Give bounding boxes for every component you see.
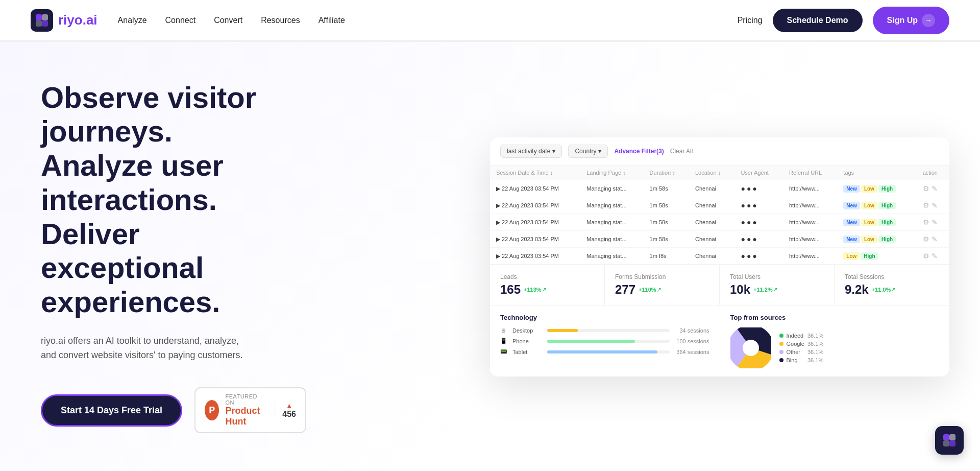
legend-dot-google <box>779 342 783 346</box>
cell-page: Managing stat... <box>580 231 643 248</box>
clear-all-link[interactable]: Clear All <box>670 148 693 155</box>
nav-left: riyo.ai Analyze Connect Convert Resource… <box>31 9 345 32</box>
legend-google: Google 36.1% <box>779 341 824 347</box>
advance-filter[interactable]: Advance Filter(3) <box>614 148 664 155</box>
legend-other: Other 36.1% <box>779 349 824 355</box>
col-tags: tags <box>837 166 916 180</box>
sessions-table: Session Date & Time ↕ Landing Page ↕ Dur… <box>490 166 949 265</box>
technology-title: Technology <box>500 314 709 321</box>
cell-duration: 1m f8s <box>644 248 689 265</box>
hero-right: last activity date ▾ Country ▾ Advance F… <box>337 137 949 376</box>
cell-tags: NewLowHigh <box>837 231 916 248</box>
chevron-down-icon: ▾ <box>552 148 555 155</box>
svg-rect-0 <box>36 14 42 20</box>
stat-forms-value: 277 <box>615 282 635 297</box>
schedule-demo-button[interactable]: Schedule Demo <box>773 9 863 32</box>
dashboard-preview: last activity date ▾ Country ▾ Advance F… <box>490 137 949 376</box>
trial-button[interactable]: Start 14 Days Free Trial <box>41 394 182 427</box>
country-filter[interactable]: Country ▾ <box>568 145 608 158</box>
table-row[interactable]: ▶ 22 Aug 2023 03:54 PM Managing stat... … <box>490 214 949 231</box>
product-hunt-badge[interactable]: P FEATURED ON Product Hunt ▲ 456 <box>194 387 306 433</box>
cell-page: Managing stat... <box>580 197 643 214</box>
stat-users-value: 10k <box>730 282 750 297</box>
nav-link-convert[interactable]: Convert <box>214 14 242 27</box>
tablet-icon: 📟 <box>500 348 508 355</box>
logo-icon <box>31 9 53 32</box>
cell-referral: http://www... <box>783 231 837 248</box>
country-filter-label: Country <box>575 148 596 155</box>
trend-icon: ↗ <box>773 286 778 293</box>
legend-label-google: Google <box>787 341 804 347</box>
svg-rect-3 <box>42 20 48 27</box>
cell-date: ▶ 22 Aug 2023 03:54 PM <box>490 197 580 214</box>
stat-leads-value: 165 <box>500 282 521 297</box>
nav-link-analyze[interactable]: Analyze <box>118 14 147 27</box>
legend-indeed: Indeed 36.1% <box>779 333 824 339</box>
phone-name: Phone <box>512 338 543 344</box>
hero-ctas: Start 14 Days Free Trial P FEATURED ON P… <box>41 387 306 433</box>
phone-bar <box>547 340 635 343</box>
tech-tablet: 📟 Tablet 364 sessions <box>500 348 709 355</box>
cell-date: ▶ 22 Aug 2023 03:54 PM <box>490 214 580 231</box>
stat-forms-label: Forms Submission <box>615 273 709 280</box>
logo-text: riyo.ai <box>58 12 97 28</box>
cell-referral: http://www... <box>783 214 837 231</box>
stat-sessions-value: 9.2k <box>845 282 869 297</box>
desktop-name: Desktop <box>512 327 543 334</box>
legend-bing: Bing 36.1% <box>779 357 824 363</box>
nav-link-affiliate[interactable]: Affiliate <box>318 14 345 27</box>
dashboard-header: last activity date ▾ Country ▾ Advance F… <box>490 137 949 166</box>
legend-dot-indeed <box>779 334 783 338</box>
cell-actions[interactable]: ⚙ ✎ <box>923 184 938 193</box>
col-location[interactable]: Location ↕ <box>689 166 734 180</box>
cell-date: ▶ 22 Aug 2023 03:54 PM <box>490 231 580 248</box>
phone-bar-wrap <box>547 340 670 343</box>
desktop-bar-wrap <box>547 329 670 332</box>
cell-tags: NewLowHigh <box>837 214 916 231</box>
ph-count: 456 <box>282 410 296 419</box>
table-row[interactable]: ▶ 22 Aug 2023 03:54 PM Managing stat... … <box>490 180 949 197</box>
tablet-bar-wrap <box>547 350 670 354</box>
col-referral: Referral URL <box>783 166 837 180</box>
table-row[interactable]: ▶ 22 Aug 2023 03:54 PM Managing stat... … <box>490 248 949 265</box>
source-legend: Indeed 36.1% Google 36.1% Other <box>779 333 824 363</box>
cell-location: Chennai <box>689 180 734 197</box>
cell-agent: ●●● <box>741 218 758 226</box>
cell-referral: http://www... <box>783 180 837 197</box>
activity-filter-label: last activity date <box>507 148 550 155</box>
cell-actions[interactable]: ⚙ ✎ <box>923 235 938 243</box>
nav-link-connect[interactable]: Connect <box>165 14 196 27</box>
cell-actions[interactable]: ⚙ ✎ <box>923 201 938 209</box>
product-hunt-logo: P <box>205 400 219 420</box>
stat-forms-change: +110% <box>639 287 656 293</box>
nav-right: Pricing Schedule Demo Sign Up → <box>738 7 949 34</box>
nav-links: Analyze Connect Convert Resources Affili… <box>118 14 345 27</box>
ph-arrow-icon: ▲ <box>286 402 293 410</box>
legend-pct-google: 36.1% <box>807 341 823 347</box>
table-row[interactable]: ▶ 22 Aug 2023 03:54 PM Managing stat... … <box>490 231 949 248</box>
desktop-sessions: 34 sessions <box>674 327 709 334</box>
table-row[interactable]: ▶ 22 Aug 2023 03:54 PM Managing stat... … <box>490 197 949 214</box>
logo[interactable]: riyo.ai <box>31 9 97 32</box>
phone-sessions: 100 sessions <box>674 338 709 344</box>
cell-location: Chennai <box>689 214 734 231</box>
stat-leads-label: Leads <box>500 273 594 280</box>
col-landing-page[interactable]: Landing Page ↕ <box>580 166 643 180</box>
cell-actions[interactable]: ⚙ ✎ <box>923 252 938 260</box>
cell-agent: ●●● <box>741 235 758 243</box>
cell-actions[interactable]: ⚙ ✎ <box>923 218 938 226</box>
cell-date: ▶ 22 Aug 2023 03:54 PM <box>490 248 580 265</box>
nav-link-resources[interactable]: Resources <box>261 14 300 27</box>
stat-sessions-label: Total Sessions <box>845 273 939 280</box>
desktop-icon: 🖥 <box>500 327 508 334</box>
activity-filter[interactable]: last activity date ▾ <box>500 145 562 158</box>
ph-name: Product Hunt <box>225 406 266 427</box>
col-duration[interactable]: Duration ↕ <box>644 166 689 180</box>
cell-referral: http://www... <box>783 248 837 265</box>
col-session-date[interactable]: Session Date & Time ↕ <box>490 166 580 180</box>
technology-section: Technology 🖥 Desktop 34 sessions 📱 Phone <box>490 305 720 376</box>
pricing-link[interactable]: Pricing <box>738 16 763 25</box>
chat-button[interactable] <box>935 426 964 455</box>
signup-button[interactable]: Sign Up → <box>873 7 949 34</box>
cell-tags: LowHigh <box>837 248 916 265</box>
